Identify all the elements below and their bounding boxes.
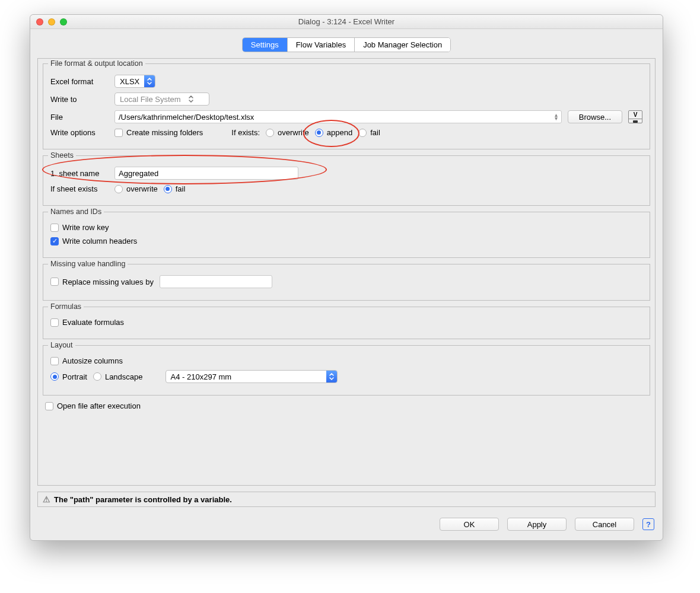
write-to-select[interactable]: Local File System (114, 93, 209, 106)
group-file-format-legend: File format & output location (48, 59, 145, 68)
tab-settings[interactable]: Settings (243, 38, 288, 52)
landscape-label: Landscape (105, 372, 143, 381)
dialog-footer: OK Apply Cancel ? (30, 507, 663, 540)
dialog-window: Dialog - 3:124 - Excel Writer Settings F… (30, 14, 663, 541)
group-missing-legend: Missing value handling (48, 260, 128, 268)
group-formulas-legend: Formulas (48, 302, 84, 311)
settings-panel: File format & output location Excel form… (37, 58, 656, 486)
warning-icon: ⚠︎ (43, 495, 50, 504)
flow-variable-button[interactable]: V (628, 110, 642, 123)
evaluate-formulas-checkbox[interactable]: Evaluate formulas (50, 318, 124, 327)
checkbox-icon (114, 129, 123, 137)
write-to-label: Write to (50, 95, 109, 104)
cancel-button[interactable]: Cancel (575, 518, 634, 531)
group-sheets-legend: Sheets (48, 151, 76, 160)
group-sheets: Sheets 1. sheet name Aggregated If sheet… (43, 155, 650, 206)
autosize-columns-label: Autosize columns (62, 356, 123, 365)
radio-icon (315, 129, 323, 137)
radio-icon (358, 129, 367, 137)
group-missing: Missing value handling Replace missing v… (43, 264, 650, 301)
excel-format-label: Excel format (50, 77, 109, 86)
tab-job-manager[interactable]: Job Manager Selection (355, 38, 450, 52)
write-to-value: Local File System (120, 95, 181, 104)
sheet-name-label: 1. sheet name (50, 169, 109, 178)
checkbox-icon (50, 278, 59, 286)
overwrite-label: overwrite (126, 184, 158, 193)
write-column-headers-label: Write column headers (62, 237, 137, 246)
radio-icon (93, 372, 101, 381)
file-path-value: /Users/kathrinmelcher/Desktop/test.xlsx (119, 113, 254, 122)
write-options-label: Write options (50, 128, 109, 137)
tab-flow-variables[interactable]: Flow Variables (288, 38, 355, 52)
browse-button[interactable]: Browse... (568, 110, 622, 123)
radio-icon (114, 185, 123, 193)
create-missing-folders-checkbox[interactable]: Create missing folders (114, 128, 203, 137)
overwrite-label: overwrite (278, 128, 309, 137)
tabs: Settings Flow Variables Job Manager Sele… (242, 37, 451, 52)
if-sheet-exists-label: If sheet exists (50, 184, 109, 193)
create-missing-folders-label: Create missing folders (126, 128, 203, 137)
group-layout: Layout Autosize columns Portrait Landsca… (43, 345, 650, 396)
radio-icon (164, 185, 172, 193)
sheet-name-value: Aggregated (119, 169, 158, 178)
checkbox-icon (50, 224, 59, 232)
if-exists-overwrite-radio[interactable]: overwrite (266, 128, 309, 137)
chevron-updown-icon: ▴▾ (555, 113, 558, 120)
open-file-after-execution-checkbox[interactable]: Open file after execution (45, 401, 141, 410)
apply-button[interactable]: Apply (507, 518, 567, 531)
ok-button[interactable]: OK (440, 518, 499, 531)
append-label: append (327, 128, 352, 137)
radio-icon (266, 129, 274, 137)
titlebar: Dialog - 3:124 - Excel Writer (30, 15, 663, 29)
replace-missing-field[interactable] (160, 275, 272, 288)
sheet-overwrite-radio[interactable]: overwrite (114, 184, 158, 193)
fail-label: fail (370, 128, 380, 137)
sheet-fail-radio[interactable]: fail (164, 184, 186, 193)
checkbox-icon (45, 402, 53, 410)
group-formulas: Formulas Evaluate formulas (43, 307, 650, 339)
checkbox-icon (50, 357, 59, 365)
status-bar: ⚠︎ The "path" parameter is controlled by… (37, 492, 656, 507)
write-row-key-checkbox[interactable]: Write row key (50, 223, 109, 232)
if-exists-fail-radio[interactable]: fail (358, 128, 380, 137)
status-text: The "path" parameter is controlled by a … (54, 495, 232, 504)
checkbox-icon (50, 237, 59, 246)
chevron-updown-icon (326, 371, 337, 382)
group-names-ids: Names and IDs Write row key Write column… (43, 212, 650, 258)
open-file-after-execution-label: Open file after execution (57, 401, 141, 410)
excel-format-select[interactable]: XLSX (114, 75, 155, 88)
sheet-name-field[interactable]: Aggregated (114, 167, 298, 180)
orientation-landscape-radio[interactable]: Landscape (93, 372, 143, 381)
file-path-field[interactable]: /Users/kathrinmelcher/Desktop/test.xlsx … (114, 110, 562, 123)
replace-missing-label: Replace missing values by (62, 278, 154, 286)
paper-size-select[interactable]: A4 - 210x297 mm (166, 370, 338, 383)
file-label: File (50, 113, 109, 122)
orientation-portrait-radio[interactable]: Portrait (50, 372, 87, 381)
radio-icon (50, 372, 59, 381)
write-column-headers-checkbox[interactable]: Write column headers (50, 237, 137, 246)
if-exists-label: If exists: (231, 128, 260, 137)
excel-format-value: XLSX (120, 77, 139, 86)
paper-size-value: A4 - 210x297 mm (171, 372, 322, 381)
group-file-format: File format & output location Excel form… (43, 63, 650, 149)
if-exists-append-radio[interactable]: append (315, 128, 352, 137)
checkbox-icon (50, 318, 59, 327)
group-layout-legend: Layout (48, 341, 75, 349)
portrait-label: Portrait (62, 372, 87, 381)
help-button[interactable]: ? (642, 518, 654, 530)
window-title: Dialog - 3:124 - Excel Writer (30, 17, 663, 26)
chevron-updown-icon (144, 75, 155, 87)
chevron-updown-icon (186, 93, 196, 105)
evaluate-formulas-label: Evaluate formulas (62, 318, 124, 327)
autosize-columns-checkbox[interactable]: Autosize columns (50, 356, 123, 365)
fail-label: fail (176, 184, 186, 193)
group-names-ids-legend: Names and IDs (48, 208, 104, 216)
write-row-key-label: Write row key (62, 223, 109, 232)
replace-missing-checkbox[interactable]: Replace missing values by (50, 278, 154, 286)
